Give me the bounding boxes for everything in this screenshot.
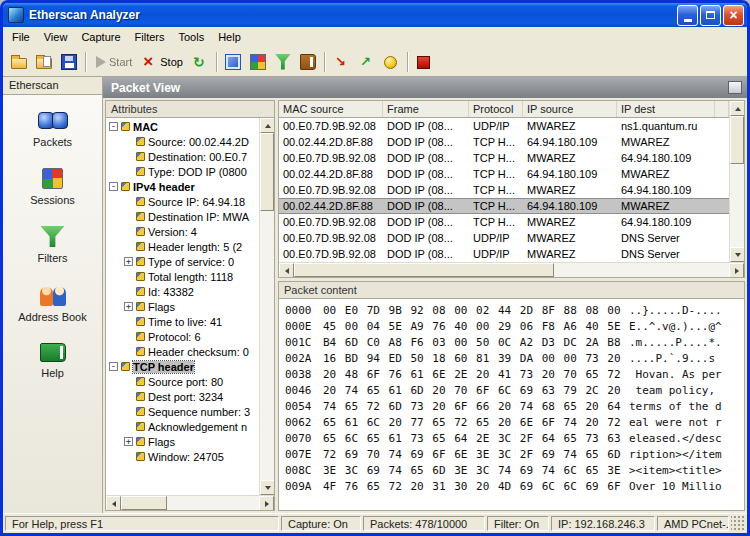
packet-row[interactable]: 00.E0.7D.9B.92.08DOD IP (08...TCP H...MW… [279, 182, 729, 198]
record-button[interactable] [412, 50, 436, 74]
scroll-thumb[interactable] [294, 263, 554, 277]
receive-traffic-button[interactable] [354, 50, 378, 74]
refresh-button[interactable] [188, 50, 212, 74]
main-area: Packet View Attributes -MACSource: 00.02… [103, 77, 747, 513]
save-button[interactable] [57, 50, 81, 74]
scroll-thumb[interactable] [730, 116, 744, 164]
sidebar-item-sessions[interactable]: Sessions [3, 154, 102, 212]
menu-help[interactable]: Help [211, 28, 248, 46]
stop-button[interactable]: Stop [137, 50, 187, 74]
scroll-left-button[interactable] [279, 263, 294, 278]
tree-item[interactable]: Protocol: 6 [106, 329, 259, 344]
tree-item[interactable]: Version: 4 [106, 224, 259, 239]
scroll-down-button[interactable] [730, 247, 744, 262]
packet-view-button[interactable] [221, 50, 245, 74]
open-button[interactable] [7, 50, 31, 74]
column-header-ip-source[interactable]: IP source [523, 101, 617, 117]
minimize-icon [684, 19, 692, 22]
list-vertical-scrollbar[interactable] [729, 101, 744, 262]
scroll-down-button[interactable] [260, 480, 274, 495]
scroll-track[interactable] [121, 496, 259, 510]
collapse-icon[interactable]: - [109, 122, 118, 131]
column-header-ip-dest[interactable]: IP dest [617, 101, 715, 117]
scroll-up-button[interactable] [730, 101, 744, 116]
packet-row[interactable]: 00.E0.7D.9B.92.08DOD IP (08...UDP/IPMWAR… [279, 230, 729, 246]
sidebar-item-packets[interactable]: Packets [3, 95, 102, 154]
tree-item[interactable]: Destination: 00.E0.7 [106, 149, 259, 164]
sidebar-item-help[interactable]: Help [3, 329, 102, 385]
tree-item[interactable]: +Flags [106, 299, 259, 314]
menu-filters[interactable]: Filters [128, 28, 172, 46]
packet-row[interactable]: 00.02.44.2D.8F.88DOD IP (08...TCP H...64… [279, 166, 729, 182]
packet-row[interactable]: 00.E0.7D.9B.92.08DOD IP (08...UDP/IPMWAR… [279, 246, 729, 262]
scroll-track[interactable] [294, 263, 729, 277]
sidebar-item-address-book[interactable]: Address Book [3, 270, 102, 329]
tree-item[interactable]: -IPv4 header [106, 179, 259, 194]
tree-item[interactable]: -TCP header [106, 359, 259, 374]
filter-view-button[interactable] [271, 50, 295, 74]
tree-item[interactable]: Time to live: 41 [106, 314, 259, 329]
address-book-button[interactable] [296, 50, 320, 74]
tree-item[interactable]: -MAC [106, 119, 259, 134]
hex-line: 000000 E0 7D 9B 92 08 00 02 44 2D 8F 88 … [285, 303, 738, 319]
tree-item[interactable]: Source port: 80 [106, 374, 259, 389]
session-view-button[interactable] [246, 50, 270, 74]
tree-item[interactable]: +Type of service: 0 [106, 254, 259, 269]
expand-icon[interactable]: + [124, 257, 133, 266]
resize-grip[interactable] [731, 516, 745, 531]
scroll-up-button[interactable] [260, 118, 274, 133]
minimize-button[interactable] [677, 5, 698, 26]
tree-item[interactable]: Acknowledgement n [106, 419, 259, 434]
attribute-label: Acknowledgement n [148, 421, 247, 433]
expand-icon[interactable]: + [124, 302, 133, 311]
collapse-icon[interactable]: - [109, 362, 118, 371]
column-header-protocol[interactable]: Protocol [469, 101, 523, 117]
scroll-track[interactable] [730, 116, 744, 247]
panel-options-icon[interactable] [728, 81, 742, 94]
tree-item[interactable]: Header checksum: 0 [106, 344, 259, 359]
tree-item[interactable]: Destination IP: MWA [106, 209, 259, 224]
tree-item[interactable]: +Flags [106, 434, 259, 449]
menu-capture[interactable]: Capture [74, 28, 127, 46]
open-capture-button[interactable] [32, 50, 56, 74]
column-header-frame[interactable]: Frame [383, 101, 469, 117]
expand-icon[interactable]: + [124, 437, 133, 446]
packet-row[interactable]: 00.E0.7D.9B.92.08DOD IP (08...TCP H...MW… [279, 214, 729, 230]
collapse-icon[interactable]: - [109, 182, 118, 191]
tree-item[interactable]: Type: DOD IP (0800 [106, 164, 259, 179]
send-traffic-button[interactable] [329, 50, 353, 74]
scroll-thumb[interactable] [260, 133, 274, 211]
menu-view[interactable]: View [37, 28, 75, 46]
tree-item[interactable]: Source: 00.02.44.2D [106, 134, 259, 149]
tree-item[interactable]: Dest port: 3234 [106, 389, 259, 404]
packet-row[interactable]: 00.02.44.2D.8F.88DOD IP (08...TCP H...64… [279, 198, 729, 214]
menu-file[interactable]: File [5, 28, 37, 46]
tree-horizontal-scrollbar[interactable] [106, 495, 274, 510]
tree-vertical-scrollbar[interactable] [259, 118, 274, 495]
sidebar-item-filters[interactable]: Filters [3, 212, 102, 270]
scroll-track[interactable] [260, 133, 274, 480]
tree-item[interactable]: Total length: 1118 [106, 269, 259, 284]
scroll-left-button[interactable] [106, 496, 121, 511]
status-panel: AMD PCnet-... [657, 516, 729, 531]
column-header-mac-source[interactable]: MAC source [279, 101, 383, 117]
tree-item[interactable]: Window: 24705 [106, 449, 259, 464]
packet-row[interactable]: 00.E0.7D.9B.92.08DOD IP (08...TCP H...MW… [279, 150, 729, 166]
start-button[interactable]: Start [90, 50, 136, 74]
menu-tools[interactable]: Tools [171, 28, 211, 46]
tree-item[interactable]: Source IP: 64.94.18 [106, 194, 259, 209]
tree-item[interactable]: Sequence number: 3 [106, 404, 259, 419]
alerts-button[interactable] [379, 50, 403, 74]
scroll-right-button[interactable] [729, 263, 744, 278]
app-icon [8, 7, 24, 23]
close-button[interactable]: × [723, 5, 744, 26]
tree-item[interactable]: Id: 43382 [106, 284, 259, 299]
tree-item[interactable]: Header length: 5 (2 [106, 239, 259, 254]
packet-row[interactable]: 00.02.44.2D.8F.88DOD IP (08...TCP H...64… [279, 134, 729, 150]
maximize-button[interactable] [700, 5, 721, 26]
packet-row[interactable]: 00.E0.7D.9B.92.08DOD IP (08...UDP/IPMWAR… [279, 118, 729, 134]
list-horizontal-scrollbar[interactable] [279, 262, 744, 277]
scroll-thumb[interactable] [121, 496, 167, 510]
scroll-right-button[interactable] [259, 496, 274, 511]
title-bar[interactable]: Etherscan Analyzer × [3, 3, 747, 27]
